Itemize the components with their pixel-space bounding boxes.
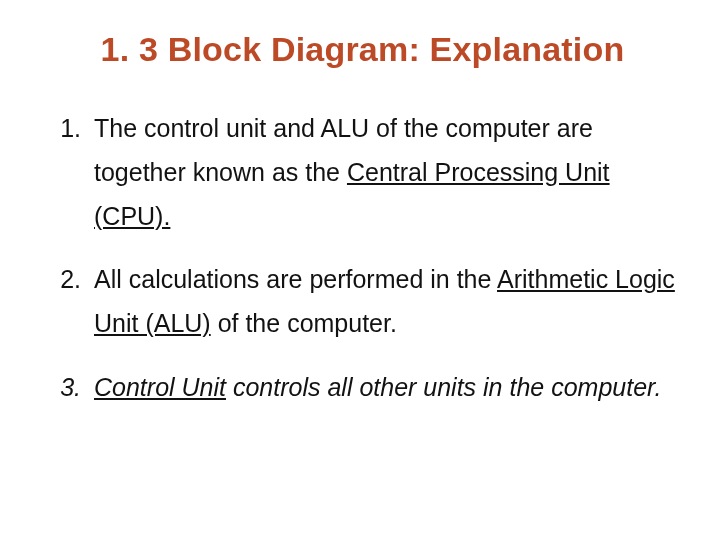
slide-title: 1. 3 Block Diagram: Explanation bbox=[50, 30, 675, 69]
list-item: Control Unit controls all other units in… bbox=[88, 366, 675, 410]
item-text-pre: All calculations are performed in the bbox=[94, 265, 497, 293]
list-item: The control unit and ALU of the computer… bbox=[88, 107, 675, 238]
item-text-post: of the computer. bbox=[211, 309, 397, 337]
explanation-list: The control unit and ALU of the computer… bbox=[50, 107, 675, 410]
list-item: All calculations are performed in the Ar… bbox=[88, 258, 675, 346]
item-text-underlined: Control Unit bbox=[94, 373, 226, 401]
item-text-post: controls all other units in the computer… bbox=[226, 373, 661, 401]
